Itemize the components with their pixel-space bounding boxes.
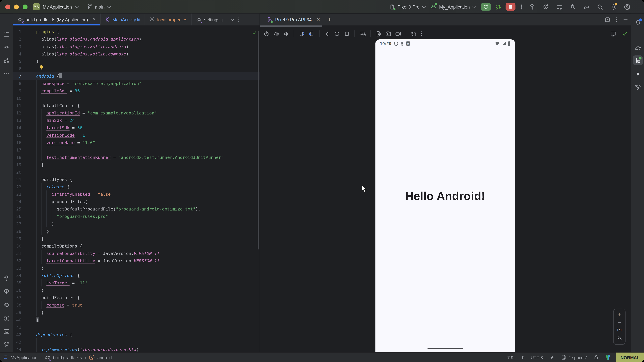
code-line[interactable]: 36 } (13, 286, 260, 294)
sidebar-item-app-insights[interactable] (634, 84, 641, 91)
tab-options-kebab-icon[interactable] (238, 16, 239, 22)
line-separator-widget[interactable]: LF (520, 355, 524, 360)
intention-bulb-icon[interactable] (39, 65, 44, 72)
code-line[interactable]: 15 versionCode = 1 (13, 131, 260, 139)
code-line[interactable]: 35 jvmTarget = "11" (13, 279, 260, 286)
hide-pane-icon[interactable] (623, 16, 628, 22)
code-line[interactable]: 22 release { (13, 183, 260, 190)
zoom-window-button[interactable] (23, 4, 28, 9)
zoom-in-button[interactable]: + (618, 312, 621, 317)
code-line[interactable]: 28 } (13, 227, 260, 235)
rotate-right-icon[interactable] (308, 30, 314, 37)
screen-record-icon[interactable] (395, 30, 401, 37)
caret-position-widget[interactable]: 7:9 (507, 355, 513, 360)
code-line[interactable]: 26 "proguard-rules.pro" (13, 213, 260, 220)
code-line[interactable]: 34 kotlinOptions { (13, 272, 260, 279)
code-line[interactable]: 8 namespace = "com.example.myapplication… (13, 80, 260, 87)
code-line[interactable]: 11 defaultConfig { (13, 102, 260, 109)
code-line[interactable]: 23 isMinifyEnabled = false (13, 190, 260, 198)
code-line[interactable]: 27 ) (13, 220, 260, 227)
volume-down-icon[interactable] (283, 30, 289, 37)
code-line[interactable]: 10 (13, 94, 260, 102)
code-line[interactable]: 13 minSdk = 24 (13, 117, 260, 124)
project-widget[interactable]: MA My Application (33, 0, 78, 13)
code-line[interactable]: 18 testInstrumentationRunner = "androidx… (13, 153, 260, 161)
code-line[interactable]: 42dependencies { (13, 331, 260, 338)
breadcrumb-project[interactable]: MyApplication (11, 355, 38, 360)
analysis-ok-check-icon[interactable] (252, 29, 256, 37)
breadcrumb-element[interactable]: android (97, 355, 112, 360)
code-line[interactable]: 6 (13, 65, 260, 72)
sidebar-item-gradle[interactable] (634, 45, 641, 51)
code-line[interactable]: 2 alias(libs.plugins.android.application… (13, 35, 260, 43)
minimize-window-button[interactable] (14, 4, 19, 9)
sidebar-item-gemini[interactable] (3, 289, 10, 295)
code-line[interactable]: 4 alias(libs.plugins.kotlin.compose) (13, 50, 260, 57)
stop-button[interactable] (506, 3, 515, 11)
profile-button[interactable] (624, 3, 630, 10)
close-window-button[interactable] (5, 4, 10, 9)
code-line[interactable]: 31 sourceCompatibility = JavaVersion.VER… (13, 250, 260, 257)
run-dashboard-button[interactable] (556, 3, 562, 10)
code-line[interactable]: 16 versionName = "1.0" (13, 139, 260, 146)
run-more-kebab[interactable] (520, 4, 522, 9)
unlocked-icon[interactable] (594, 355, 599, 360)
code-line[interactable]: 20 (13, 168, 260, 176)
code-line[interactable]: 33 } (13, 264, 260, 272)
overview-icon[interactable] (344, 30, 350, 37)
sidebar-item-notifications[interactable] (634, 19, 641, 26)
home-icon[interactable] (334, 30, 340, 37)
tab-settings-gradle[interactable]: K settings.g (192, 13, 227, 25)
debug-restart-button[interactable] (570, 3, 576, 10)
breadcrumb-file[interactable]: build.gradle.kts (53, 355, 82, 360)
macos-window-controls[interactable] (5, 4, 28, 9)
profiler-button[interactable] (583, 3, 590, 10)
run-configuration-selector[interactable]: My_Application (430, 4, 475, 10)
pane-scroll-indicator[interactable] (260, 25, 322, 27)
tab-mainactivity-kt[interactable]: MainActivity.kt (100, 13, 145, 25)
encoding-widget[interactable]: UTF-8 (531, 355, 543, 360)
code-line[interactable]: 24 proguardFiles( (13, 198, 260, 205)
pane-options-kebab-icon[interactable] (616, 16, 617, 22)
build-button[interactable] (529, 3, 536, 10)
code-line[interactable]: 44 implementation(libs.androidx.core.ktx… (13, 346, 260, 352)
code-line[interactable]: 3 alias(libs.plugins.kotlin.android) (13, 43, 260, 50)
code-line[interactable]: 14 targetSdk = 36 (13, 124, 260, 131)
fit-to-window-icon[interactable] (617, 336, 622, 341)
ai-assist-disabled-icon[interactable] (549, 355, 555, 360)
sync-project-button[interactable]: A (542, 3, 549, 10)
code-line[interactable]: 37 buildFeatures { (13, 294, 260, 301)
reset-icon[interactable] (411, 30, 417, 37)
hidden-tabs-chevron-icon[interactable] (230, 17, 234, 21)
sidebar-item-gemini-spark[interactable] (634, 70, 641, 77)
sidebar-item-version-control[interactable] (3, 342, 10, 349)
debug-button[interactable] (495, 3, 502, 10)
code-line[interactable]: 7android { (13, 72, 260, 80)
device-selector[interactable]: Pixel 9 Pro (390, 4, 425, 9)
mirror-display-icon[interactable] (610, 30, 616, 37)
sidebar-item-commit[interactable] (3, 44, 10, 50)
sidebar-item-more[interactable] (3, 70, 10, 77)
sidebar-item-terminal[interactable] (3, 328, 10, 335)
sidebar-item-build[interactable] (3, 275, 10, 282)
close-tab-icon[interactable]: ✕ (92, 17, 96, 22)
settings-button[interactable] (610, 3, 617, 10)
back-icon[interactable] (324, 30, 330, 37)
code-line[interactable]: 40} (13, 316, 260, 324)
device-settings-icon[interactable] (375, 30, 382, 37)
code-line[interactable]: 38 compose = true (13, 301, 260, 309)
vcs-branch-widget[interactable]: main (87, 0, 110, 13)
code-line[interactable]: 12 applicationId = "com.example.myapplic… (13, 109, 260, 116)
zoom-actual-size-button[interactable]: 1:1 (617, 328, 622, 332)
volume-up-icon[interactable] (273, 30, 280, 37)
screenshot-camera-icon[interactable] (385, 30, 392, 37)
code-line[interactable]: 41 (13, 324, 260, 331)
new-device-tab-button[interactable]: + (328, 16, 331, 23)
indent-widget[interactable]: 2 spaces* (561, 355, 587, 360)
open-in-window-icon[interactable] (604, 16, 610, 22)
sidebar-item-logcat[interactable] (3, 302, 10, 308)
rotate-left-icon[interactable] (298, 30, 305, 37)
tab-build-gradle-kts[interactable]: K build.gradle.kts (My Application) ✕ (13, 13, 100, 25)
device-screen[interactable]: 10:20 A Hello Android! (375, 39, 515, 352)
tab-pixel-9-pro-api-34[interactable]: Pixel 9 Pro API 34 ✕ (260, 13, 324, 25)
